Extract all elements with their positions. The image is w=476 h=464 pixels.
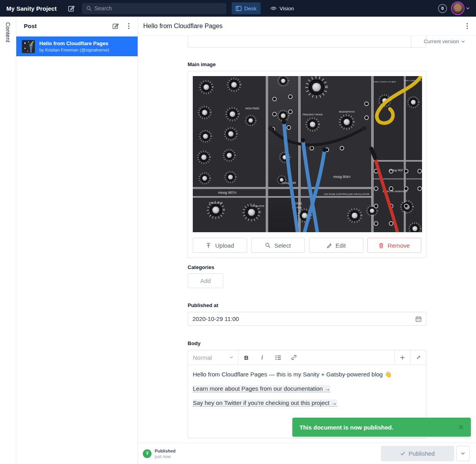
- remove-button-label: Remove: [388, 242, 410, 249]
- publish-toast: This document is now published.: [292, 418, 471, 437]
- notifications-badge[interactable]: 0: [438, 4, 447, 13]
- compose-icon: [68, 5, 75, 12]
- user-menu[interactable]: [452, 2, 470, 14]
- tab-vision[interactable]: Vision: [266, 2, 298, 14]
- content-rail[interactable]: Content: [0, 17, 16, 464]
- new-document-button[interactable]: [68, 5, 75, 12]
- toolbar-spacer: [302, 350, 394, 365]
- body-link-twitter[interactable]: Say hey on Twitter if you're checking ou…: [193, 399, 337, 407]
- list-item-thumbnail: [22, 40, 35, 53]
- top-navbar: My Sanity Project Desk Vision 0: [0, 0, 476, 17]
- published-at-field: [188, 312, 426, 326]
- main-image-photo[interactable]: HIGH PASS FREQUENCY RANGE REGENERATION F…: [193, 76, 422, 232]
- document-header: Hello from Cloudflare Pages ⋮: [138, 17, 476, 36]
- document-form: Main image: [138, 50, 476, 443]
- main-image-field: HIGH PASS FREQUENCY RANGE REGENERATION F…: [188, 71, 426, 258]
- document-list-pane: Post ⋮ Hello from Cloudflare Pages by Kr…: [16, 17, 138, 464]
- publish-status-title: Published: [155, 449, 176, 453]
- body-label: Body: [188, 340, 426, 346]
- calendar-icon[interactable]: [415, 316, 422, 322]
- select-button[interactable]: Select: [251, 238, 305, 253]
- published-status-icon: [143, 449, 152, 458]
- list-item-title: Hello from Cloudflare Pages: [39, 40, 109, 46]
- tab-vision-label: Vision: [280, 6, 294, 11]
- avatar: [452, 2, 464, 14]
- document-editor-pane: Hello from Cloudflare Pages ⋮ Current ve…: [138, 17, 476, 464]
- wave-emoji: 👋: [384, 371, 392, 378]
- create-post-button[interactable]: [112, 23, 119, 29]
- project-title: My Sanity Project: [6, 5, 57, 12]
- text-style-value: Normal: [193, 354, 212, 361]
- italic-button[interactable]: i: [254, 350, 270, 365]
- bold-button[interactable]: B: [238, 350, 254, 365]
- body-link-docs[interactable]: Learn more about Pages from our document…: [193, 385, 330, 392]
- upload-button[interactable]: Upload: [193, 238, 247, 253]
- version-row: Current version: [138, 36, 476, 50]
- version-selector-label: Current version: [424, 38, 459, 44]
- search-box[interactable]: [82, 3, 226, 14]
- text-style-dropdown[interactable]: Normal: [188, 350, 238, 365]
- editor-toolbar: Normal B i: [188, 350, 426, 365]
- link-button[interactable]: [286, 350, 302, 365]
- document-menu-button[interactable]: ⋮: [464, 23, 470, 29]
- categories-label: Categories: [188, 264, 426, 270]
- document-footer: Published just now Published: [138, 443, 476, 464]
- chevron-down-icon: [466, 7, 470, 10]
- published-at-label: Published at: [188, 302, 426, 308]
- publish-button-label: Published: [409, 450, 435, 457]
- list-item-subtitle: by Kristian Freeman (@signalnerve): [39, 48, 109, 52]
- bullet-list-icon: [275, 355, 281, 360]
- publish-button[interactable]: Published: [381, 446, 454, 461]
- link-icon: [291, 355, 297, 360]
- add-category-button[interactable]: Add: [188, 273, 223, 288]
- expand-editor-button[interactable]: [410, 350, 426, 365]
- body-paragraph: Say hey on Twitter if you're checking ou…: [193, 399, 421, 407]
- document-title: Hello from Cloudflare Pages: [143, 23, 223, 30]
- tab-desk-label: Desk: [244, 6, 257, 11]
- body-paragraph: Hello from Cloudflare Pages — this is my…: [193, 370, 421, 378]
- close-icon: [458, 424, 464, 430]
- desk-icon: [236, 6, 242, 11]
- published-at-input[interactable]: [192, 315, 415, 322]
- slug-field-peek[interactable]: [188, 36, 426, 48]
- trash-icon: [378, 243, 384, 248]
- list-menu-button[interactable]: ⋮: [125, 23, 132, 29]
- toast-message: This document is now published.: [299, 424, 393, 431]
- search-input[interactable]: [94, 5, 213, 11]
- edit-button-label: Edit: [336, 242, 346, 249]
- remove-button[interactable]: Remove: [367, 238, 422, 253]
- expand-icon: [416, 355, 421, 360]
- publish-status-time: just now: [155, 454, 176, 459]
- upload-button-label: Upload: [215, 242, 234, 249]
- pencil-icon: [326, 243, 332, 248]
- version-selector[interactable]: Current version: [424, 38, 465, 44]
- eye-icon: [270, 6, 277, 11]
- publish-status: Published just now: [155, 449, 176, 459]
- edit-button[interactable]: Edit: [309, 238, 363, 253]
- toast-close-button[interactable]: [458, 424, 464, 430]
- plus-icon: [400, 355, 405, 360]
- select-button-label: Select: [274, 242, 291, 249]
- bullet-list-button[interactable]: [270, 350, 286, 365]
- tab-desk[interactable]: Desk: [232, 2, 261, 14]
- content-rail-label: Content: [5, 22, 11, 42]
- list-item[interactable]: Hello from Cloudflare Pages by Kristian …: [16, 36, 138, 56]
- check-icon: [400, 451, 405, 456]
- chevron-down-icon: [229, 356, 233, 359]
- search-icon: [265, 243, 271, 248]
- upload-icon: [205, 243, 211, 248]
- chevron-down-icon: [461, 40, 465, 43]
- chevron-down-icon: [461, 452, 465, 455]
- body-paragraph-text: Hello from Cloudflare Pages — this is my…: [193, 371, 384, 378]
- body-paragraph: Learn more about Pages from our document…: [193, 384, 421, 393]
- insert-block-button[interactable]: [394, 350, 410, 365]
- publish-up-icon: [145, 451, 150, 456]
- search-icon: [86, 6, 92, 11]
- list-pane-header: Post ⋮: [16, 17, 138, 36]
- list-pane-title: Post: [24, 23, 37, 29]
- publish-menu-button[interactable]: [456, 446, 470, 461]
- main-image-label: Main image: [188, 61, 426, 67]
- notifications-count: 0: [441, 6, 443, 11]
